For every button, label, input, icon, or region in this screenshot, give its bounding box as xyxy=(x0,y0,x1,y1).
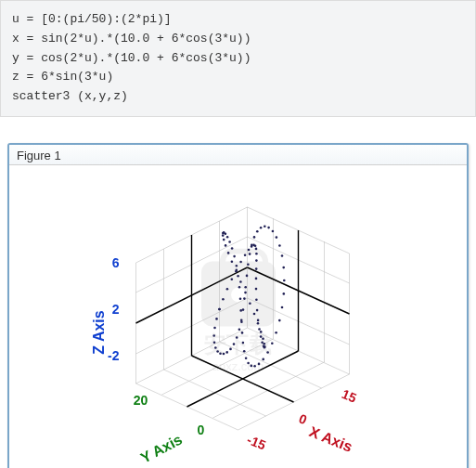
svg-point-113 xyxy=(249,253,251,255)
svg-point-124 xyxy=(225,351,228,354)
svg-point-70 xyxy=(225,244,227,247)
x-tick: 15 xyxy=(340,386,359,406)
svg-point-44 xyxy=(255,248,258,251)
svg-point-129 xyxy=(213,341,216,344)
svg-point-123 xyxy=(229,348,232,351)
svg-point-88 xyxy=(243,350,246,353)
svg-point-46 xyxy=(255,259,258,262)
z-axis-label: Z Axis xyxy=(91,310,107,355)
svg-point-78 xyxy=(231,247,234,250)
x-tick: -15 xyxy=(245,432,268,452)
svg-point-87 xyxy=(242,342,245,344)
svg-point-53 xyxy=(258,328,261,331)
svg-point-55 xyxy=(261,341,264,344)
svg-point-48 xyxy=(255,278,258,280)
svg-point-61 xyxy=(260,331,263,333)
svg-point-118 xyxy=(242,308,245,311)
svg-point-126 xyxy=(219,352,222,355)
svg-point-72 xyxy=(222,234,225,237)
svg-point-96 xyxy=(271,342,274,344)
svg-point-52 xyxy=(257,319,260,322)
svg-point-47 xyxy=(255,267,258,270)
svg-point-111 xyxy=(253,236,256,239)
svg-point-54 xyxy=(260,335,263,338)
svg-point-51 xyxy=(256,309,259,312)
svg-point-34 xyxy=(222,298,225,301)
svg-point-64 xyxy=(249,302,251,305)
z-tick: 2 xyxy=(112,302,120,317)
code-line: u = [0:(pi/50):(2*pi)] xyxy=(12,12,172,26)
svg-point-133 xyxy=(218,308,221,311)
svg-point-114 xyxy=(247,263,250,266)
svg-point-110 xyxy=(256,230,259,233)
svg-point-65 xyxy=(244,292,247,294)
svg-point-116 xyxy=(244,286,247,289)
z-tick: -2 xyxy=(108,348,120,363)
svg-point-132 xyxy=(215,318,218,320)
svg-point-75 xyxy=(225,232,227,235)
svg-point-59 xyxy=(264,343,266,345)
svg-point-125 xyxy=(223,353,225,356)
svg-point-99 xyxy=(281,306,284,309)
y-tick: 0 xyxy=(198,422,205,437)
grid-box xyxy=(136,207,350,430)
svg-point-40 xyxy=(248,249,251,252)
y-tick: 20 xyxy=(134,393,148,408)
svg-point-79 xyxy=(233,255,236,258)
svg-point-95 xyxy=(266,351,269,354)
svg-point-115 xyxy=(246,275,249,278)
svg-point-97 xyxy=(275,332,277,334)
code-line: y = cos(2*u).*(10.0 + 6*cos(3*u)) xyxy=(12,51,251,65)
svg-point-36 xyxy=(231,278,234,280)
figure-window: Figure 1 安下载 anxz.com xyxy=(7,143,469,468)
svg-point-122 xyxy=(233,343,236,345)
svg-point-58 xyxy=(264,345,266,348)
code-line: x = sin(2*u).*(10.0 + 6*cos(3*u)) xyxy=(12,32,251,46)
svg-point-82 xyxy=(238,286,241,289)
z-tick: 6 xyxy=(112,255,120,270)
svg-point-131 xyxy=(213,327,216,330)
svg-point-84 xyxy=(239,309,242,312)
svg-line-30 xyxy=(192,356,294,402)
svg-point-120 xyxy=(238,328,241,331)
svg-point-81 xyxy=(237,275,239,278)
svg-point-130 xyxy=(212,334,215,337)
svg-point-66 xyxy=(239,280,242,283)
svg-point-60 xyxy=(262,337,264,340)
svg-point-106 xyxy=(272,230,275,233)
code-block: u = [0:(pi/50):(2*pi)] x = sin(2*u).*(10… xyxy=(0,0,476,117)
svg-point-119 xyxy=(240,318,243,321)
svg-point-76 xyxy=(226,236,229,239)
plot-area[interactable]: 安下载 anxz.com xyxy=(9,165,467,468)
svg-point-103 xyxy=(281,254,284,257)
svg-point-43 xyxy=(254,244,257,247)
svg-point-92 xyxy=(253,365,256,368)
svg-point-94 xyxy=(262,358,264,361)
svg-point-86 xyxy=(241,332,244,334)
code-line: scatter3 (x,y,z) xyxy=(12,89,128,103)
svg-point-100 xyxy=(283,292,286,295)
svg-point-127 xyxy=(216,350,219,353)
svg-point-90 xyxy=(247,362,250,365)
scatter3-plot: 6 2 -2 Z Axis 20 0 Y Axis -15 0 15 X Axi… xyxy=(9,165,467,468)
y-axis-label: Y Axis xyxy=(138,431,185,466)
svg-point-62 xyxy=(257,322,260,325)
svg-point-67 xyxy=(235,270,238,273)
svg-point-39 xyxy=(244,254,247,256)
svg-point-91 xyxy=(251,365,253,368)
x-axis-label: X Axis xyxy=(307,423,354,455)
svg-point-93 xyxy=(258,363,261,366)
svg-point-107 xyxy=(267,227,270,229)
x-tick: 0 xyxy=(297,410,309,427)
figure-title: Figure 1 xyxy=(9,145,467,165)
svg-point-112 xyxy=(251,243,253,246)
svg-point-109 xyxy=(260,227,263,229)
svg-point-68 xyxy=(231,260,234,263)
scatter-points xyxy=(212,225,285,367)
svg-point-121 xyxy=(236,336,238,339)
svg-point-80 xyxy=(236,265,238,267)
svg-point-35 xyxy=(226,288,229,291)
svg-point-71 xyxy=(223,239,225,241)
svg-point-83 xyxy=(239,297,242,300)
svg-point-38 xyxy=(239,261,242,264)
